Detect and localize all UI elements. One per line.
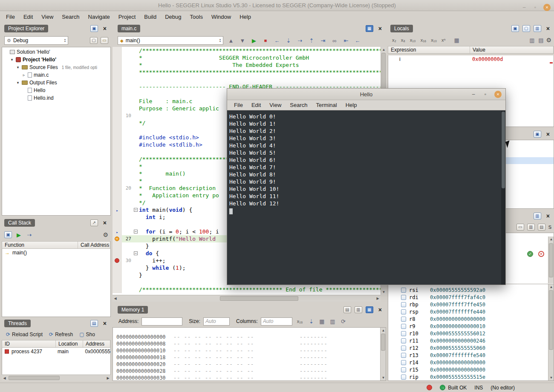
terminal-menu-edit[interactable]: Edit [247,101,265,109]
code-line[interactable]: /***************************************… [113,47,381,54]
breakpoint-gutter[interactable] [113,105,122,112]
tree-item-solution-hello[interactable]: Solution 'Hello' [2,48,110,56]
run-to-cursor-icon[interactable]: ⇥ [319,37,327,44]
registers-vscrollbar[interactable]: ▲ ▼ [548,284,554,380]
scroll-thumb[interactable] [9,376,60,380]
radix-button-0[interactable]: x₂ [390,37,398,43]
memory-export-icon[interactable]: ▤ [343,306,351,313]
register-row[interactable]: rdi0x00007ffff7faf4c0 [388,294,554,301]
sheet-icon[interactable]: ▤ [538,224,545,231]
memory-vscrollbar[interactable]: ▲ ▼ [380,328,386,380]
breakpoint-gutter[interactable] [113,177,122,184]
scroll-right-icon[interactable]: ▶ [375,296,381,301]
radix-button-5[interactable]: xⁿ [440,37,447,43]
column-value[interactable]: Value [470,46,554,53]
memory-row[interactable]: 0000000000000008-- -- -- -- -- -- -- ---… [113,340,386,347]
scroll-up-icon[interactable]: ▲ [548,236,554,242]
close-panel-icon[interactable]: × [545,213,551,219]
new-window-icon[interactable]: ▥ [534,25,541,32]
thread-row[interactable]: process 4237 main 0x0000555 [2,348,110,355]
threads-hscrollbar[interactable]: ◀ ▶ [2,375,111,381]
breakpoint-gutter[interactable] [113,242,122,250]
show-frame-icon[interactable]: ▣ [4,231,12,238]
register-row[interactable]: rsi0x00005555555592a0 [388,286,554,294]
menu-item-edit[interactable]: Edit [19,12,37,21]
menu-item-tools[interactable]: Tools [186,12,207,21]
scroll-down-icon[interactable]: ▼ [548,375,554,380]
breakpoint-gutter[interactable] [113,69,122,76]
breakpoint-gutter[interactable] [113,98,122,105]
enabled-status-icon[interactable]: ✓ [527,251,533,257]
breakpoint-gutter[interactable] [113,83,122,90]
export-icon[interactable]: ▤ [537,37,545,43]
minimize-icon[interactable]: – [470,91,476,97]
breakpoint-gutter[interactable] [113,148,122,156]
add-watch-icon[interactable]: ▢ [522,25,530,32]
grid-view-icon[interactable]: ▦ [318,318,326,325]
close-panel-icon[interactable]: × [101,320,108,327]
register-row[interactable]: r120x0000555555555060 [388,344,554,352]
menu-item-debug[interactable]: Debug [161,12,185,21]
threads-action-sho[interactable]: ▢Sho [78,331,97,338]
tree-item-main-c[interactable]: ▹main.c [2,71,110,79]
breakpoint-gutter[interactable] [113,250,122,257]
radix-button-1[interactable]: x₈ [399,37,407,43]
breakpoint-gutter[interactable] [113,156,122,163]
threads-options-icon[interactable]: ▤ [90,320,98,327]
call-stack-row[interactable]: → main() [2,249,110,257]
scroll-up-icon[interactable]: ▲ [381,328,386,333]
terminal-menu-search[interactable]: Search [286,101,312,109]
scroll-left-icon[interactable]: ◀ [113,296,118,301]
column-call-address[interactable]: Call Address [78,242,110,248]
grid-view-icon[interactable]: ▦ [453,37,461,43]
code-line[interactable]: * SEGGER Microcontroller GmbH [113,54,381,61]
locals-row[interactable]: i 0x0000000d [388,55,554,63]
breakpoint-gutter[interactable] [113,286,122,293]
close-icon[interactable]: × [543,4,551,11]
terminal-scrollbar[interactable] [501,111,505,285]
close-tab-icon[interactable]: × [377,25,384,32]
breakpoint-gutter[interactable] [113,90,122,98]
close-panel-icon[interactable]: × [545,131,551,138]
terminal-window[interactable]: Hello – ▫ × FileEditViewSearchTerminalHe… [227,88,506,285]
breakpoint-gutter[interactable] [113,271,122,279]
column-address[interactable]: Address [83,340,110,347]
terminal-menu-help[interactable]: Help [341,101,361,109]
split-editor-icon[interactable]: ▦ [366,25,373,32]
memory-row[interactable]: 0000000000000030-- -- -- -- -- -- -- ---… [113,375,386,381]
breakpoint-gutter[interactable] [113,257,122,264]
follow-pointer-icon[interactable]: ⇣ [307,318,315,325]
breakpoint-gutter[interactable] [113,141,122,148]
size-input[interactable] [203,317,230,326]
menu-item-project[interactable]: Project [114,12,140,21]
tree-item-hello-ind[interactable]: Hello.ind [2,94,110,102]
memory-row[interactable]: 0000000000000000-- -- -- -- -- -- -- ---… [113,334,386,340]
menu-item-view[interactable]: View [37,12,58,21]
terminal-output[interactable]: Hello World 0!Hello World 1!Hello World … [227,111,501,285]
breakpoint-gutter[interactable] [113,112,122,119]
breakpoint-gutter[interactable] [113,119,122,127]
float-panel-icon[interactable]: ▣ [90,25,98,32]
breakpoint-gutter[interactable] [113,192,122,199]
code-line[interactable]: * The Embedded Experts [113,61,381,69]
scroll-left-icon[interactable]: ◀ [2,375,7,381]
close-panel-icon[interactable]: × [101,25,108,32]
scroll-thumb[interactable] [549,243,553,277]
scroll-right-icon[interactable]: ▶ [105,375,111,381]
register-row[interactable]: r100x0000555555556012 [388,330,554,337]
tree-arrow-icon[interactable]: ▹ [22,73,26,77]
tree-arrow-icon[interactable]: ▾ [10,58,14,62]
threads-action-reload-script[interactable]: ⟳Reload Script [4,331,44,338]
memory-view-icon[interactable]: ▦ [366,306,373,313]
editor-hscrollbar[interactable]: ◀ ▶ [113,295,381,302]
tree-item-output-files[interactable]: ▾Output Files [2,79,110,86]
menu-item-file[interactable]: File [2,12,19,21]
breakpoint-gutter[interactable] [113,61,122,69]
popout-frame-icon[interactable]: ↗ [90,219,98,226]
copy-icon[interactable]: ▥ [528,37,536,43]
menu-item-help[interactable]: Help [235,12,255,21]
fold-collapse-icon[interactable]: − [134,230,138,233]
breakpoint-gutter[interactable] [113,199,122,206]
code-line[interactable]: /***************************************… [113,286,381,293]
breakpoint-gutter[interactable] [113,127,122,134]
